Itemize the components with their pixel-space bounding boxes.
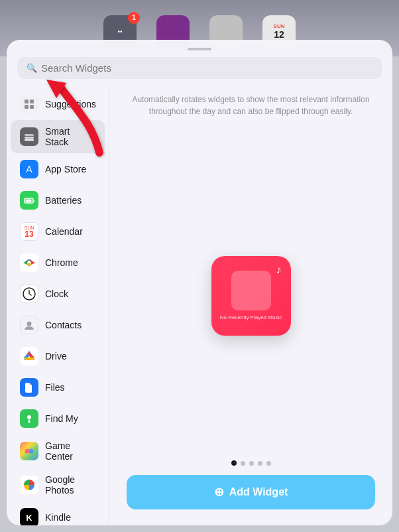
svg-point-19 (27, 415, 31, 419)
sidebar-item-kindle[interactable]: K Kindle (11, 502, 105, 525)
contacts-icon (20, 316, 38, 334)
sidebar-item-findmy[interactable]: Find My (11, 403, 105, 434)
svg-text:K: K (26, 513, 32, 523)
svg-point-17 (27, 322, 32, 326)
dot-5 (266, 461, 271, 466)
dot-4 (258, 461, 262, 466)
svg-rect-6 (25, 139, 34, 141)
sidebar-item-smartstack[interactable]: Smart Stack (11, 120, 105, 153)
widget-panel: 🔍 Suggestions (7, 40, 392, 525)
search-input[interactable] (41, 62, 372, 74)
calendar-label: Calendar (45, 226, 83, 237)
description-text: Automatically rotates widgets to show th… (120, 94, 382, 117)
svg-rect-0 (25, 100, 28, 103)
search-bar[interactable]: 🔍 (17, 57, 382, 79)
sidebar-item-batteries[interactable]: Batteries (11, 185, 105, 216)
gamecenter-label: Game Center (45, 440, 95, 462)
drive-label: Drive (45, 351, 67, 362)
dot-2 (241, 461, 245, 466)
panel-header: 🔍 (7, 40, 392, 84)
svg-rect-2 (25, 105, 28, 109)
chrome-icon (20, 253, 38, 272)
widget-no-music-text: No Recently Played Music (215, 314, 287, 320)
sidebar: Suggestions Smart Stack A (7, 84, 109, 525)
clock-label: Clock (45, 289, 68, 299)
sidebar-item-chrome[interactable]: Chrome (11, 247, 105, 278)
dot-1 (231, 460, 237, 466)
badge-1: 1 (128, 12, 140, 24)
findmy-icon (20, 409, 38, 428)
appstore-label: App Store (45, 164, 86, 174)
gphotos-label: Google Photos (45, 474, 95, 496)
drag-handle (188, 48, 211, 50)
gphotos-icon (20, 476, 38, 494)
batteries-icon (20, 191, 38, 210)
smartstack-label: Smart Stack (45, 126, 95, 147)
sidebar-item-calendar[interactable]: SUN 13 Calendar (11, 216, 105, 247)
sidebar-item-gphotos[interactable]: Google Photos (11, 468, 105, 501)
sidebar-item-suggestions[interactable]: Suggestions (11, 89, 105, 119)
panel-body: Suggestions Smart Stack A (7, 84, 392, 525)
sidebar-item-files[interactable]: Files (11, 372, 105, 403)
files-label: Files (45, 382, 65, 393)
batteries-label: Batteries (45, 195, 82, 206)
contacts-label: Contacts (45, 320, 82, 330)
appstore-icon: A (20, 160, 38, 178)
main-content: Automatically rotates widgets to show th… (109, 84, 392, 525)
suggestions-icon (20, 95, 38, 113)
sidebar-item-drive[interactable]: Drive (11, 341, 105, 371)
gamecenter-icon (20, 442, 38, 460)
search-icon: 🔍 (27, 63, 37, 73)
svg-text:A: A (26, 164, 32, 174)
svg-rect-3 (30, 105, 34, 109)
smartstack-icon (20, 127, 38, 146)
add-widget-label: Add Widget (229, 486, 288, 498)
dot-3 (249, 461, 254, 466)
widget-preview: ♪ No Recently Played Music (211, 256, 291, 336)
suggestions-label: Suggestions (45, 99, 96, 109)
sidebar-item-gamecenter[interactable]: Game Center (11, 434, 105, 468)
svg-point-21 (29, 449, 34, 454)
pagination-dots (231, 460, 271, 466)
chrome-label: Chrome (45, 257, 78, 268)
kindle-icon: K (20, 508, 38, 525)
sidebar-item-clock[interactable]: Clock (11, 279, 105, 309)
svg-rect-9 (33, 200, 34, 202)
svg-point-20 (25, 449, 30, 454)
widget-preview-area: ♪ No Recently Played Music (120, 131, 382, 460)
music-note-icon: ♪ (276, 264, 282, 276)
sidebar-item-contacts[interactable]: Contacts (11, 310, 105, 340)
svg-rect-5 (25, 137, 34, 139)
kindle-label: Kindle (45, 512, 71, 523)
svg-rect-10 (26, 200, 32, 202)
add-widget-button[interactable]: ⊕ Add Widget (127, 475, 375, 509)
files-icon (20, 378, 38, 397)
calendar-icon: SUN 13 (20, 222, 38, 241)
widget-inner-box (231, 271, 271, 310)
svg-point-16 (28, 293, 30, 295)
svg-rect-1 (30, 100, 34, 103)
findmy-label: Find My (45, 413, 78, 424)
svg-rect-4 (25, 134, 34, 136)
clock-icon (20, 285, 38, 303)
sidebar-item-appstore[interactable]: A App Store (11, 154, 105, 184)
add-widget-plus-icon: ⊕ (214, 485, 224, 499)
drive-icon (20, 347, 38, 366)
